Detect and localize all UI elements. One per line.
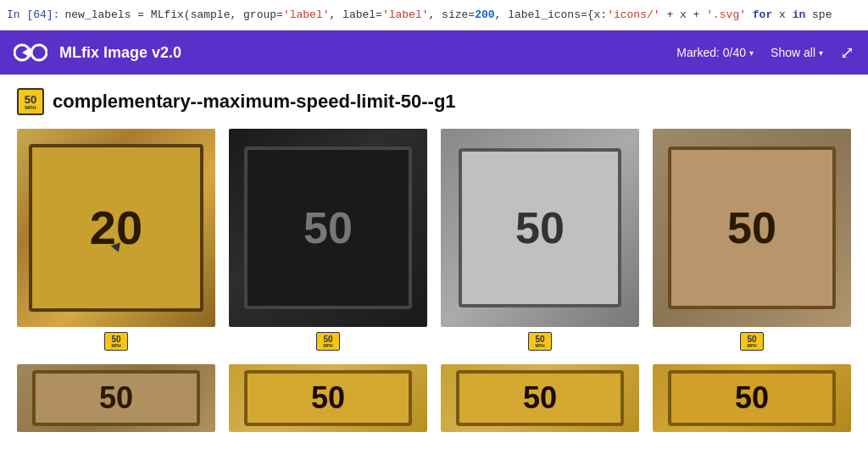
category-label: complementary--maximum-speed-limit-50--g… (53, 91, 456, 113)
image-thumb[interactable]: 50 (17, 364, 215, 432)
show-all-chevron: ▾ (819, 48, 823, 58)
main-content: 50 MPH complementary--maximum-speed-limi… (0, 75, 868, 454)
sign-box: 50 (244, 370, 413, 426)
category-icon-num: 50 (25, 94, 36, 105)
marked-chevron: ▾ (749, 48, 754, 58)
show-all-button[interactable]: Show all ▾ (771, 46, 823, 59)
label-icon-unit: MPH (323, 344, 332, 348)
label-icon-num: 50 (747, 335, 756, 344)
marked-label: Marked: 0/40 (676, 46, 746, 59)
code-content: new_labels = MLfix(sample, group='label'… (64, 7, 832, 24)
list-item[interactable]: 50 (653, 364, 851, 432)
list-item[interactable]: 50 50 MPH (229, 129, 427, 351)
sign-box: 50 (244, 147, 413, 309)
label-icon-unit: MPH (747, 344, 756, 348)
expand-icon: ⤢ (840, 43, 854, 62)
list-item[interactable]: 50 50 MPH (653, 129, 851, 351)
sign-number: 50 (99, 383, 133, 413)
list-item[interactable]: 50 50 MPH (441, 129, 639, 351)
image-thumb[interactable]: 50 (441, 129, 639, 327)
sign-overlay: 50 (653, 364, 851, 432)
list-item[interactable]: 50 (229, 364, 427, 432)
logo-svg (14, 41, 47, 64)
sign-box: 50 (459, 148, 621, 307)
image-thumb[interactable]: 50 (229, 129, 427, 327)
app-title: MLfix Image v2.0 (59, 44, 181, 62)
toolbar-left: MLfix Image v2.0 (14, 41, 181, 64)
sign-overlay: 50 (229, 364, 427, 432)
label-icon-num: 50 (323, 335, 332, 344)
expand-button[interactable]: ⤢ (840, 42, 854, 63)
svg-marker-1 (22, 47, 31, 58)
svg-point-2 (31, 45, 47, 60)
show-all-label: Show all (771, 46, 815, 59)
sign-number: 50 (303, 206, 353, 250)
list-item[interactable]: 20 50 MPH (17, 129, 215, 351)
image-label-icon: 50 MPH (104, 332, 128, 351)
sign-box: 50 (668, 147, 837, 309)
sign-number: 20 (90, 204, 142, 252)
category-icon-unit: MPH (25, 105, 36, 110)
sign-number: 50 (523, 383, 557, 413)
toolbar-right: Marked: 0/40 ▾ Show all ▾ ⤢ (676, 42, 854, 63)
sign-overlay: 50 (653, 129, 851, 327)
sign-overlay: 20 (17, 129, 215, 327)
marked-button[interactable]: Marked: 0/40 ▾ (676, 46, 754, 59)
label-icon-unit: MPH (535, 344, 544, 348)
sign-number: 50 (735, 383, 769, 413)
label-icon-num: 50 (111, 335, 120, 344)
label-icon-unit: MPH (111, 344, 120, 348)
image-grid: 20 50 MPH 50 50 MPH (17, 129, 851, 432)
image-thumb[interactable]: 50 (653, 364, 851, 432)
category-speed-icon: 50 MPH (17, 88, 44, 115)
list-item[interactable]: 50 (17, 364, 215, 432)
sign-number: 50 (311, 383, 345, 413)
code-line: In [64]: new_labels = MLfix(sample, grou… (0, 0, 868, 30)
sign-overlay: 50 (17, 364, 215, 432)
image-thumb[interactable]: 20 (17, 129, 215, 327)
category-title: 50 MPH complementary--maximum-speed-limi… (17, 88, 851, 115)
label-icon-num: 50 (535, 335, 544, 344)
sign-number: 50 (727, 206, 776, 250)
image-label-icon: 50 MPH (740, 332, 764, 351)
sign-box: 50 (456, 370, 625, 426)
sign-overlay: 50 (441, 364, 639, 432)
sign-box: 50 (32, 370, 201, 426)
list-item[interactable]: 50 (441, 364, 639, 432)
sign-number: 50 (515, 206, 565, 250)
sign-box: 50 (668, 370, 837, 426)
image-thumb[interactable]: 50 (229, 364, 427, 432)
toolbar: MLfix Image v2.0 Marked: 0/40 ▾ Show all… (0, 30, 868, 75)
image-thumb[interactable]: 50 (441, 364, 639, 432)
sign-overlay: 50 (229, 129, 427, 327)
logo-icon (14, 41, 47, 64)
image-label-icon: 50 MPH (316, 332, 340, 351)
image-thumb[interactable]: 50 (653, 129, 851, 327)
code-prompt: In [64]: (7, 7, 59, 24)
image-label-icon: 50 MPH (528, 332, 552, 351)
sign-overlay: 50 (441, 129, 639, 327)
sign-box: 20 (29, 144, 203, 313)
